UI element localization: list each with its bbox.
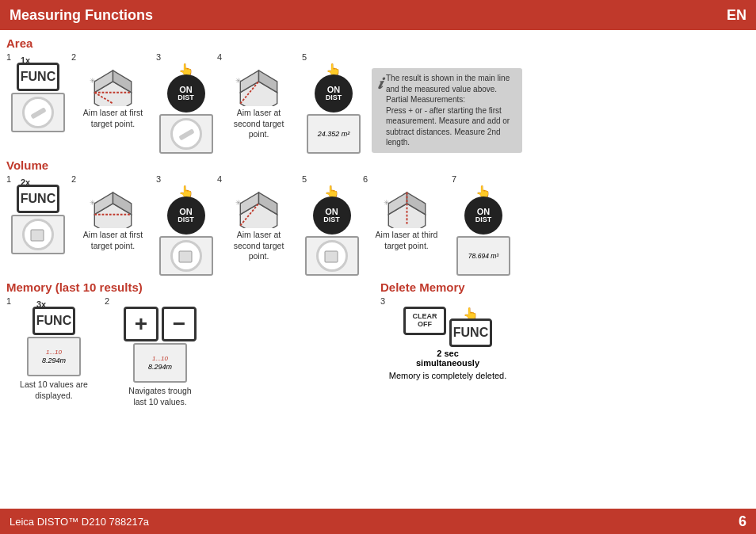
vol-step-4: 4 ✳ Aim laser at second target point. xyxy=(217,174,300,262)
vol-circle-icon-1 xyxy=(22,219,54,250)
mem-device-2: 1...10 8.294m xyxy=(133,343,187,383)
area-circle-icon-1 xyxy=(22,97,54,128)
vol-step7-num: 7 xyxy=(452,174,456,184)
del-clearoff-wrapper: CLEAR OFF xyxy=(403,307,446,335)
vol-cube-1: ✳ xyxy=(87,185,139,228)
delete-steps: 3 CLEAR OFF 👆 FUNC 2 secs xyxy=(380,296,750,380)
vol-step-6: 6 ✳ Aim laser at third target point. xyxy=(363,174,450,251)
svg-text:✳: ✳ xyxy=(235,77,242,85)
svg-text:✳: ✳ xyxy=(90,77,96,85)
vol-step3-num: 3 xyxy=(156,174,161,184)
vol-step2-num: 2 xyxy=(71,174,76,184)
main-content: Area 1 1x FUNC 2 xyxy=(0,30,756,509)
area-ondist-1: 👆 ON DIST xyxy=(167,63,205,113)
svg-rect-13 xyxy=(31,230,44,241)
vol-step1-num: 1 xyxy=(6,174,11,184)
vol-ondist-btn-2[interactable]: ON DIST xyxy=(313,196,351,235)
area-result-display: 24.352 m² xyxy=(318,130,350,138)
mem-step1-caption: Last 10 values are displayed. xyxy=(19,380,89,401)
del-clearoff-button[interactable]: CLEAR OFF xyxy=(403,307,446,335)
vol-device-1 xyxy=(11,215,65,254)
area-step-5: 5 👆 ON DIST 24.352 m² xyxy=(302,52,365,155)
mem-result-1: 8.294m xyxy=(42,357,66,364)
vol-step-7: 7 👆 ON DIST 78.694 m³ xyxy=(452,174,515,277)
header: Measuring Functions EN xyxy=(0,0,756,30)
area-func-btn-container: 1x FUNC xyxy=(17,63,59,91)
vol-step5-num: 5 xyxy=(302,174,307,184)
area-device-3 xyxy=(159,114,213,154)
bottom-row: Memory (last 10 results) 1 3x FUNC 1...1… xyxy=(6,277,750,407)
vol-step-5: 5 👆 ON DIST xyxy=(302,174,361,277)
area-step3-num: 3 xyxy=(156,52,161,62)
mem-step2-num: 2 xyxy=(105,296,109,306)
mem-plus-minus: + − xyxy=(124,307,197,341)
mem-press-count: 3x xyxy=(36,299,46,309)
footer-page: 6 xyxy=(739,513,746,530)
vol-func-button[interactable]: 2x FUNC xyxy=(17,185,59,213)
area-info-text: The result is shown in the main line and… xyxy=(386,73,516,148)
vol-ondist-2: 👆 ON DIST xyxy=(313,185,351,235)
del-step1-num: 3 xyxy=(380,296,385,306)
area-ondist-btn-2[interactable]: ON DIST xyxy=(315,74,353,113)
memory-steps: 1 3x FUNC 1...10 8.294m Last 10 values a… xyxy=(6,296,376,407)
area-step-2: 2 ✳ Aim laser at first target point. xyxy=(71,52,155,129)
area-title: Area xyxy=(6,36,750,50)
area-dist-text-2: DIST xyxy=(326,94,342,102)
header-title: Measuring Functions xyxy=(10,7,153,24)
area-step-1: 1 1x FUNC xyxy=(6,52,70,134)
del-func-wrapper: 👆 FUNC xyxy=(449,307,492,347)
vol-result-display: 78.694 m³ xyxy=(468,252,498,260)
vol-device-7: 78.694 m³ xyxy=(456,236,510,276)
area-step1-num: 1 xyxy=(6,52,11,62)
footer: Leica DISTO™ D210 788217a 6 xyxy=(0,509,756,534)
mem-step-1: 1 3x FUNC 1...10 8.294m Last 10 values a… xyxy=(6,296,101,401)
mem-step-2: 2 + − 1...10 8.294m Navigates trough las… xyxy=(105,296,216,407)
vol-circle-icon-3 xyxy=(170,240,202,272)
mem-display-2: 1...10 8.294m xyxy=(148,354,172,372)
mem-func-button[interactable]: 3x FUNC xyxy=(32,307,75,335)
area-device-5: 24.352 m² xyxy=(307,114,361,154)
area-info-box: 𝒊 The result is shown in the main line a… xyxy=(372,68,522,153)
mem-plus-button[interactable]: + xyxy=(124,307,158,341)
area-cube-2: ✳ xyxy=(233,63,284,106)
area-info-inner: 𝒊 The result is shown in the main line a… xyxy=(378,73,516,148)
vol-step-3: 3 👆 ON DIST xyxy=(156,174,216,277)
area-step2-num: 2 xyxy=(71,52,76,62)
del-simultaneously: 2 secsimultaneously xyxy=(416,349,479,368)
svg-text:✳: ✳ xyxy=(235,199,242,207)
svg-text:✳: ✳ xyxy=(90,199,96,207)
vol-ondist-btn-1[interactable]: ON DIST xyxy=(167,196,205,235)
vol-step4-caption: Aim laser at second target point. xyxy=(224,230,294,262)
area-step-4: 4 ✳ Aim laser at second target point. xyxy=(217,52,300,140)
area-step5-num: 5 xyxy=(302,52,307,62)
area-step-3: 3 👆 ON DIST xyxy=(156,52,216,155)
vol-ondist-btn-3[interactable]: ON DIST xyxy=(464,196,502,235)
vol-cube-3: ✳ xyxy=(381,185,433,228)
area-step2-caption: Aim laser at first target point. xyxy=(78,108,148,129)
vol-press-count: 2x xyxy=(21,177,30,187)
vol-step4-num: 4 xyxy=(217,174,222,184)
svg-rect-7 xyxy=(178,128,194,140)
memory-title: Memory (last 10 results) xyxy=(6,280,376,294)
area-ondist-2: 👆 ON DIST xyxy=(315,63,353,113)
mem-result-2: 8.294m xyxy=(148,363,172,371)
svg-text:✳: ✳ xyxy=(383,199,389,207)
area-press-count: 1x xyxy=(21,55,30,65)
del-caption: Memory is completely deleted. xyxy=(389,371,507,380)
area-steps: 1 1x FUNC 2 xyxy=(6,52,750,155)
del-step-1: 3 CLEAR OFF 👆 FUNC 2 secs xyxy=(380,296,515,380)
vol-device-3 xyxy=(159,236,213,276)
del-func-button[interactable]: FUNC xyxy=(449,318,492,347)
vol-circle-icon-5 xyxy=(316,240,348,272)
mem-minus-button[interactable]: − xyxy=(162,307,197,341)
delete-memory-title: Delete Memory xyxy=(380,280,750,294)
area-ondist-btn-1[interactable]: ON DIST xyxy=(167,74,205,113)
area-dist-text-1: DIST xyxy=(178,94,194,102)
area-func-button[interactable]: 1x FUNC xyxy=(17,63,59,91)
area-device-1 xyxy=(11,93,65,132)
vol-step6-num: 6 xyxy=(363,174,368,184)
svg-rect-0 xyxy=(30,107,46,119)
svg-rect-19 xyxy=(179,251,192,262)
del-buttons-container: CLEAR OFF 👆 FUNC xyxy=(403,307,492,347)
area-circle-icon-3 xyxy=(170,118,202,150)
